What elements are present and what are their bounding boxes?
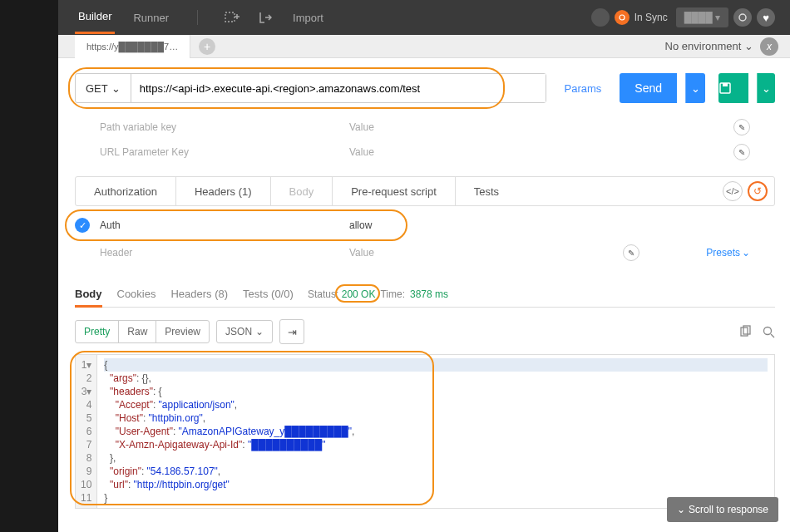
- chevron-down-icon: ⌄: [255, 326, 264, 337]
- chevron-down-icon: ⌄: [677, 504, 685, 515]
- reset-icon[interactable]: ↺: [748, 181, 768, 201]
- wrap-lines-icon[interactable]: ⇥: [279, 319, 304, 344]
- edit-icon[interactable]: ✎: [733, 119, 750, 135]
- copy-icon[interactable]: [738, 325, 752, 338]
- chevron-down-icon: ⌄: [744, 40, 753, 52]
- path-var-value-input[interactable]: Value: [349, 121, 733, 133]
- user-menu[interactable]: ████ ▾: [676, 7, 728, 27]
- tab-headers[interactable]: Headers (1): [176, 177, 271, 205]
- env-vars-icon[interactable]: x: [760, 37, 778, 56]
- sync-dot-icon: [615, 10, 630, 25]
- params-button[interactable]: Params: [555, 82, 612, 95]
- view-preview[interactable]: Preview: [156, 321, 209, 342]
- svg-point-4: [739, 14, 746, 21]
- url-param-key-input[interactable]: URL Parameter Key: [100, 146, 349, 158]
- runner-tab[interactable]: Runner: [130, 2, 172, 33]
- response-tab-body[interactable]: Body: [75, 288, 102, 308]
- status-label: Status:: [308, 288, 338, 300]
- view-pretty[interactable]: Pretty: [76, 321, 119, 342]
- response-tab-headers[interactable]: Headers (8): [170, 288, 228, 300]
- chevron-down-icon: ⌄: [742, 247, 750, 259]
- chevron-down-icon: ⌄: [111, 82, 121, 95]
- http-method-selector[interactable]: GET⌄: [76, 74, 131, 102]
- divider: [197, 10, 198, 25]
- svg-rect-0: [225, 12, 235, 22]
- import-label[interactable]: Import: [289, 2, 327, 33]
- response-tab-tests[interactable]: Tests (0/0): [243, 288, 294, 300]
- svg-point-9: [764, 328, 772, 335]
- new-collection-icon[interactable]: [223, 8, 241, 27]
- svg-line-10: [771, 334, 774, 337]
- code-icon[interactable]: </>: [723, 181, 743, 201]
- view-raw[interactable]: Raw: [119, 321, 156, 342]
- sync-status: In Sync: [586, 8, 668, 27]
- edit-icon[interactable]: ✎: [623, 244, 639, 261]
- send-button[interactable]: Send: [620, 73, 677, 103]
- save-dropdown[interactable]: ⌄: [757, 73, 775, 103]
- tab-body[interactable]: Body: [271, 177, 333, 205]
- new-tab-button[interactable]: +: [199, 38, 215, 55]
- sync-icon: [591, 8, 610, 27]
- status-value: 200 OK: [342, 288, 376, 300]
- time-value: 3878 ms: [410, 288, 448, 300]
- heart-icon[interactable]: ♥: [757, 8, 775, 27]
- svg-point-3: [620, 15, 625, 20]
- send-dropdown[interactable]: ⌄: [685, 73, 705, 103]
- settings-icon[interactable]: [733, 8, 752, 27]
- header-key-input[interactable]: Header: [100, 247, 349, 259]
- header-key[interactable]: Auth: [100, 219, 349, 231]
- path-var-key-input[interactable]: Path variable key: [100, 121, 349, 133]
- edit-icon[interactable]: ✎: [733, 144, 750, 160]
- presets-button[interactable]: Presets⌄: [706, 247, 750, 259]
- time-label: Time:: [380, 288, 405, 300]
- header-value-input[interactable]: Value: [349, 247, 623, 259]
- format-selector[interactable]: JSON⌄: [216, 320, 273, 343]
- tab-tests[interactable]: Tests: [456, 177, 517, 205]
- check-icon[interactable]: ✓: [75, 218, 90, 233]
- request-tab[interactable]: https://y███████7…: [75, 35, 190, 58]
- builder-tab[interactable]: Builder: [75, 1, 115, 34]
- url-input[interactable]: [131, 74, 546, 102]
- save-button[interactable]: [718, 73, 748, 103]
- svg-rect-6: [723, 83, 728, 86]
- scroll-to-response-button[interactable]: ⌄Scroll to response: [667, 497, 778, 522]
- response-tab-cookies[interactable]: Cookies: [117, 288, 156, 300]
- import-icon[interactable]: [256, 8, 274, 27]
- tab-authorization[interactable]: Authorization: [76, 177, 176, 205]
- environment-selector[interactable]: No environment ⌄: [665, 40, 753, 52]
- tab-prerequest[interactable]: Pre-request script: [333, 177, 456, 205]
- header-value[interactable]: allow: [349, 219, 372, 231]
- url-param-value-input[interactable]: Value: [349, 146, 733, 158]
- search-icon[interactable]: [762, 325, 775, 338]
- response-body[interactable]: 1▾2 3▾4 5 6 7 8 9 10 11 { "args": {}, "h…: [75, 354, 775, 509]
